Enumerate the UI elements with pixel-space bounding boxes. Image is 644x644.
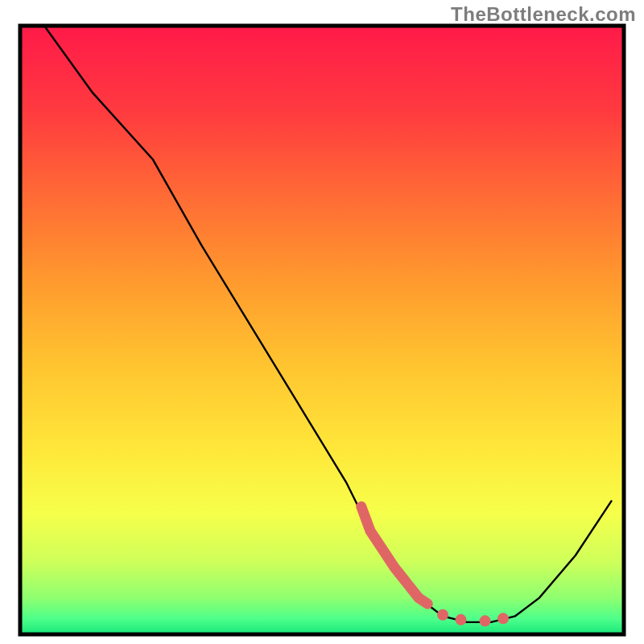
chart-stage: TheBottleneck.com bbox=[0, 0, 644, 644]
highlight-dot bbox=[497, 613, 509, 624]
svg-rect-0 bbox=[20, 26, 624, 634]
highlight-dot bbox=[480, 615, 491, 626]
bottleneck-plot bbox=[0, 0, 644, 644]
highlight-dot bbox=[456, 614, 467, 625]
highlight-dot bbox=[437, 609, 448, 621]
